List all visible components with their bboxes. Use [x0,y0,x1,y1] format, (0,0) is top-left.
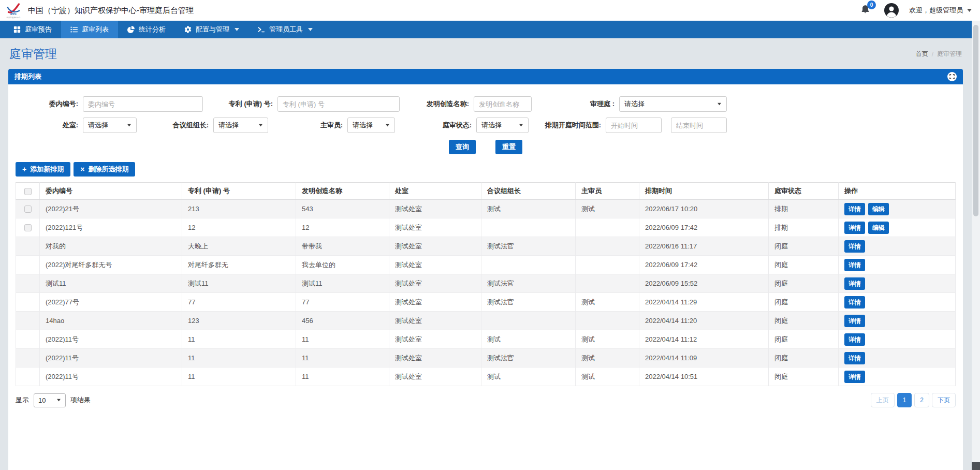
detail-button[interactable]: 详情 [844,259,865,271]
next-page-button[interactable]: 下页 [932,393,956,407]
table-row: (2022)对尾纤多群无号对尾纤多群无我去单位的测试处室2022/06/09 1… [16,256,956,274]
detail-button[interactable]: 详情 [844,296,865,309]
cell-r1-c5 [576,218,639,237]
schedule-table: 委内编号专利 (申请) 号发明创造名称处室合议组组长主审员排期时间庭审状态操作 … [16,182,956,386]
filter-date-end[interactable] [671,118,727,133]
table-row: (2022)21号213543测试处室测试测试2022/06/17 10:20排… [16,200,956,218]
table-row: (2022)121号1212测试处室2022/06/09 17:42排期详情编辑 [16,218,956,237]
cell-r7-c4: 测试 [481,330,576,349]
actions-cell: 详情 [839,349,956,368]
select-value: 请选择 [481,121,502,130]
breadcrumb-home[interactable]: 首页 [916,50,928,58]
user-menu[interactable]: 欢迎，超级管理员 [909,6,972,15]
filter-select-r2-1[interactable]: 请选择 [213,118,268,133]
nav-item-trial-preview[interactable]: 庭审预告 [4,21,61,38]
cell-r3-c1: 对尾纤多群无 [182,256,296,274]
select-value: 请选择 [218,121,239,130]
detail-button[interactable]: 详情 [844,222,865,234]
nav-item-statistics[interactable]: 统计分析 [118,21,175,38]
cell-r6-c7: 闭庭 [769,312,839,330]
nav-item-label: 统计分析 [139,25,166,34]
detail-button[interactable]: 详情 [844,371,865,383]
notifications-button[interactable]: 0 [860,4,871,17]
welcome-text: 欢迎，超级管理员 [909,6,963,15]
cell-r6-c3: 测试处室 [389,312,481,330]
cell-r6-c0: 14hao [40,312,182,330]
avatar[interactable] [884,3,899,18]
cell-r0-c0: (2022)21号 [40,200,182,218]
search-button[interactable]: 查询 [449,140,476,154]
cell-r4-c1: 测试11 [182,274,296,293]
filter-input-r1-2[interactable] [474,96,532,112]
filter-select-r2-3[interactable]: 请选择 [476,118,529,133]
delete-selected-button[interactable]: × 删除所选排期 [74,162,135,177]
detail-button[interactable]: 详情 [844,315,865,327]
cell-r2-c6: 2022/06/16 11:17 [639,237,769,256]
cell-r3-c2: 我去单位的 [296,256,389,274]
cell-r8-c1: 11 [182,349,296,368]
filter-date-start[interactable] [606,118,662,133]
detail-button[interactable]: 详情 [844,277,865,290]
svg-text:IPPC: IPPC [10,12,17,16]
table-row: 对我的大晚上带带我测试处室测试法官2022/06/16 11:17闭庭详情 [16,237,956,256]
edit-button[interactable]: 编辑 [868,222,889,234]
cell-r5-c5: 测试 [576,293,639,312]
page-size-select[interactable]: 10 [34,393,66,407]
panel-title: 排期列表 [14,72,41,81]
cell-r8-c6: 2022/04/14 11:09 [639,349,769,368]
filter-select-r2-0[interactable]: 请选择 [83,118,137,133]
filter-select-r1-3[interactable]: 请选择 [619,96,727,112]
select-value: 请选择 [624,99,645,109]
add-schedule-button[interactable]: + 添加新排期 [16,162,70,177]
select-all-checkbox[interactable] [24,188,32,195]
scrollbar[interactable] [972,21,980,470]
filter-input-r1-1[interactable] [277,96,400,112]
nav-item-label: 庭审预告 [25,25,52,34]
cell-r2-c2: 带带我 [296,237,389,256]
table-row: (2022)11号1111测试处室测试测试2022/04/14 10:51闭庭详… [16,368,956,386]
cell-r4-c3: 测试处室 [389,274,481,293]
nav-item-config-management[interactable]: 配置与管理 [175,21,248,38]
cell-r9-c7: 闭庭 [769,368,839,386]
cell-r1-c6: 2022/06/09 17:42 [639,218,769,237]
table-row: 测试11测试11测试11测试处室测试法官2022/06/09 15:52闭庭详情 [16,274,956,293]
page-button-2[interactable]: 2 [914,393,929,407]
detail-button[interactable]: 详情 [844,240,865,253]
column-header-5: 主审员 [576,183,639,200]
cell-r9-c1: 11 [182,368,296,386]
filter-label: 主审员: [268,121,347,130]
fullscreen-icon[interactable] [947,72,957,81]
nav-item-admin-tools[interactable]: 管理员工具 [248,21,322,38]
filter-input-r1-0[interactable] [83,96,203,112]
cell-r5-c6: 2022/04/14 11:29 [639,293,769,312]
filter-select-r2-2[interactable]: 请选择 [347,118,395,133]
detail-button[interactable]: 详情 [844,333,865,346]
main-nav: 庭审预告庭审列表统计分析配置与管理管理员工具 [0,21,980,38]
cell-r8-c0: (2022)11号 [40,349,182,368]
cell-r6-c2: 456 [296,312,389,330]
cell-r9-c2: 11 [296,368,389,386]
filter-label: 专利 (申请) 号: [203,99,277,109]
brand: IPPC 知识产权保护中心 中国（宁波）知识产权保护中心-审理庭后台管理 [5,2,194,19]
table-row: (2022)77号7777测试处室测试法官测试2022/04/14 11:29闭… [16,293,956,312]
filter-label: 审理庭 : [532,99,619,109]
cell-r1-c3: 测试处室 [389,218,481,237]
show-label: 显示 [16,395,29,405]
row-checkbox[interactable] [24,224,32,231]
scrollbar-thumb[interactable] [973,25,978,216]
nav-item-trial-list[interactable]: 庭审列表 [61,21,118,38]
chevron-down-icon [519,124,523,127]
detail-button[interactable]: 详情 [844,352,865,364]
page-size-value: 10 [38,396,46,404]
prev-page-button[interactable]: 上页 [871,393,895,407]
page-button-1[interactable]: 1 [897,393,912,407]
cell-r5-c0: (2022)77号 [40,293,182,312]
reset-button[interactable]: 重置 [495,140,522,154]
cell-r4-c0: 测试11 [40,274,182,293]
row-checkbox[interactable] [24,205,32,213]
edit-button[interactable]: 编辑 [868,203,889,215]
detail-button[interactable]: 详情 [844,203,865,215]
page-title: 庭审管理 [9,46,57,62]
cell-r5-c7: 闭庭 [769,293,839,312]
cell-r2-c1: 大晚上 [182,237,296,256]
